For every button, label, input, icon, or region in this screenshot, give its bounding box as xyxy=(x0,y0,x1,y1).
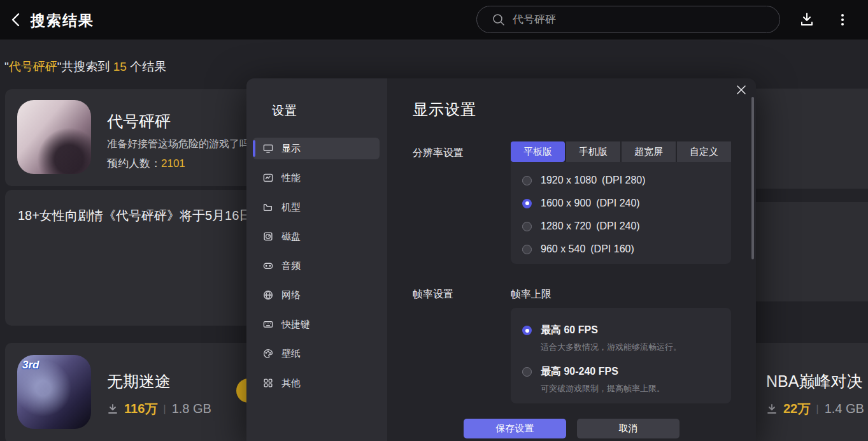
back-chevron-icon xyxy=(8,11,25,29)
radio-checked-icon[interactable] xyxy=(522,326,532,335)
radio-unchecked-icon[interactable] xyxy=(522,222,532,231)
sidebar-item-device-model[interactable]: 机型 xyxy=(253,196,380,218)
reservation-count: 2101 xyxy=(161,157,185,170)
settings-title: 设置 xyxy=(272,103,387,119)
resolution-option-960x540[interactable]: 960 x 540(DPI 160) xyxy=(522,238,731,261)
framerate-option-60fps[interactable]: 最高 60 FPS 适合大多数情况，游戏能够流畅运行。 xyxy=(522,324,731,353)
resolution-option-1280x720[interactable]: 1280 x 720(DPI 240) xyxy=(522,215,731,238)
sidebar-item-label: 磁盘 xyxy=(281,231,301,243)
settings-nav: 显示 性能 机型 xyxy=(246,138,387,401)
save-settings-button[interactable]: 保存设置 xyxy=(464,419,566,438)
grid-icon xyxy=(263,378,273,388)
framerate-option-90-240fps[interactable]: 最高 90-240 FPS 可突破游戏限制，提高帧率上限。 xyxy=(522,365,731,394)
sidebar-item-label: 显示 xyxy=(281,143,301,155)
resolution-option-1600x900[interactable]: 1600 x 900(DPI 240) xyxy=(522,192,731,215)
search-keyword: 代号砰砰 xyxy=(9,60,57,73)
app-window: 搜索结果 "代号砰砰"共搜索到 15 个结果 代号砰砰 准备好接管这场危险的游 xyxy=(0,0,868,441)
sidebar-item-label: 机型 xyxy=(281,201,301,213)
resolution-options-panel: 1920 x 1080(DPI 280) 1600 x 900(DPI 240)… xyxy=(511,162,731,264)
game-title: NBA巅峰对决 xyxy=(766,371,862,392)
sidebar-item-display[interactable]: 显示 xyxy=(253,138,380,159)
more-menu-button[interactable] xyxy=(833,10,852,29)
tab-phone[interactable]: 手机版 xyxy=(566,141,620,162)
framerate-options-panel: 最高 60 FPS 适合大多数情况，游戏能够流畅运行。 最高 90-240 FP… xyxy=(511,308,731,403)
stat-divider: | xyxy=(163,403,166,416)
3rd-anniversary-badge: 3rd xyxy=(22,359,39,372)
display-settings-panel: 显示设置 分辨率设置 平板版 手机版 超宽屏 自定义 1920 x 1080(D… xyxy=(387,78,756,441)
radio-unchecked-icon[interactable] xyxy=(522,245,532,254)
close-dialog-button[interactable] xyxy=(735,83,748,96)
game-stats: 22万 | 1.4 GB xyxy=(766,400,864,417)
sidebar-item-performance[interactable]: 性能 xyxy=(253,167,380,189)
audio-icon xyxy=(263,261,273,271)
sidebar-item-label: 其他 xyxy=(281,377,301,389)
news-title: 18+女性向剧情《代号砰砰》将于5月16日 xyxy=(18,207,252,224)
back-button[interactable] xyxy=(8,11,25,29)
game-title: 代号砰砰 xyxy=(107,111,171,132)
result-count-line: "代号砰砰"共搜索到 15 个结果 xyxy=(4,59,166,75)
search-input[interactable] xyxy=(513,13,755,26)
dpi-value: (DPI 240) xyxy=(596,220,639,231)
dialog-scrollbar-thumb[interactable] xyxy=(751,97,754,259)
keyboard-icon xyxy=(263,319,273,329)
download-icon xyxy=(797,10,816,29)
result-count: 15 xyxy=(113,60,127,73)
reservation-label: 预约人数： xyxy=(107,157,161,170)
sidebar-item-label: 音频 xyxy=(281,260,301,272)
page-title: 搜索结果 xyxy=(31,11,94,31)
tab-custom[interactable]: 自定义 xyxy=(677,141,731,162)
panel-title: 显示设置 xyxy=(413,99,476,120)
sidebar-item-label: 网络 xyxy=(281,289,301,301)
dpi-value: (DPI 280) xyxy=(602,175,645,185)
dpi-value: (DPI 160) xyxy=(590,243,634,254)
resolution-value: 1600 x 900 xyxy=(541,198,591,208)
stat-divider: | xyxy=(816,403,818,416)
framerate-section-label: 帧率设置 xyxy=(413,288,453,301)
resolution-section-label: 分辨率设置 xyxy=(413,147,464,160)
tab-ultrawide[interactable]: 超宽屏 xyxy=(622,141,676,162)
tab-tablet[interactable]: 平板版 xyxy=(511,141,565,162)
close-icon xyxy=(735,83,748,96)
dpi-value: (DPI 240) xyxy=(596,198,639,208)
downloads-icon xyxy=(107,403,118,415)
top-bar: 搜索结果 xyxy=(0,0,868,40)
sidebar-item-label: 性能 xyxy=(281,172,301,184)
game-icon-wuqi-mitu[interactable]: 3rd xyxy=(17,355,91,429)
resolution-option-1920x1080[interactable]: 1920 x 1080(DPI 280) xyxy=(522,169,731,192)
game-title: 无期迷途 xyxy=(107,371,171,392)
game-icon-daihao-pengpeng[interactable] xyxy=(17,100,91,174)
framerate-option-title: 最高 90-240 FPS xyxy=(541,365,618,379)
network-globe-icon xyxy=(263,290,273,300)
reservation-line: 预约人数：2101 xyxy=(107,156,185,171)
framerate-option-desc: 可突破游戏限制，提高帧率上限。 xyxy=(541,383,731,394)
sidebar-item-label: 快捷键 xyxy=(281,319,310,331)
result-suffix-text: 个结果 xyxy=(127,60,166,73)
wallpaper-palette-icon xyxy=(263,349,273,359)
resolution-tab-bar: 平板版 手机版 超宽屏 自定义 xyxy=(511,141,731,162)
cancel-button[interactable]: 取消 xyxy=(577,419,679,438)
disk-icon xyxy=(263,231,273,242)
search-icon xyxy=(492,13,506,27)
resolution-value: 960 x 540 xyxy=(541,243,585,254)
kebab-menu-icon xyxy=(833,10,852,29)
settings-sidebar: 设置 显示 性能 机 xyxy=(246,78,387,441)
framerate-option-desc: 适合大多数情况，游戏能够流畅运行。 xyxy=(541,342,731,353)
radio-unchecked-icon[interactable] xyxy=(522,176,532,185)
sidebar-item-wallpaper[interactable]: 壁纸 xyxy=(253,343,380,365)
sidebar-item-disk[interactable]: 磁盘 xyxy=(253,226,380,247)
download-count: 22万 xyxy=(783,400,810,417)
download-manager-button[interactable] xyxy=(797,10,816,29)
settings-dialog: 设置 显示 性能 机 xyxy=(246,78,756,441)
radio-unchecked-icon[interactable] xyxy=(522,367,532,377)
search-box[interactable] xyxy=(476,6,780,33)
package-size: 1.4 GB xyxy=(825,401,864,416)
sidebar-item-audio[interactable]: 音频 xyxy=(253,255,380,277)
download-count: 116万 xyxy=(124,400,157,417)
radio-checked-icon[interactable] xyxy=(522,199,532,208)
downloads-icon xyxy=(766,403,778,415)
sidebar-item-network[interactable]: 网络 xyxy=(253,284,380,306)
performance-icon xyxy=(263,173,273,183)
sidebar-item-shortcuts[interactable]: 快捷键 xyxy=(253,314,380,335)
sidebar-item-other[interactable]: 其他 xyxy=(253,372,380,394)
result-middle-text: "共搜索到 xyxy=(57,60,113,73)
